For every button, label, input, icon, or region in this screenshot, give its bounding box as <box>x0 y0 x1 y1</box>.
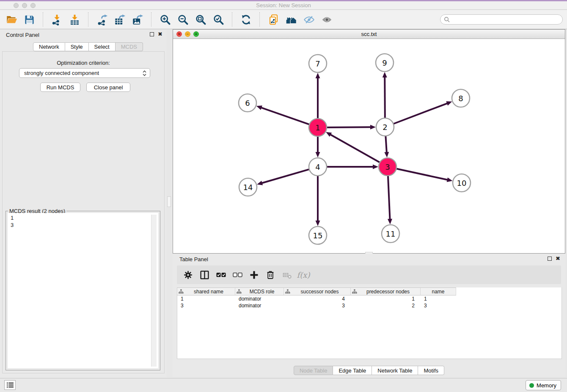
edge-2-9[interactable] <box>383 72 387 119</box>
import-network-button[interactable] <box>50 12 64 27</box>
table-row[interactable]: 1dominator411 <box>177 295 561 302</box>
graph-node-9[interactable]: 9 <box>376 54 394 72</box>
delete-column-button[interactable] <box>265 270 275 280</box>
run-mcds-button[interactable]: Run MCDS <box>40 83 80 92</box>
table-tab-edge-table[interactable]: Edge Table <box>333 366 372 375</box>
panel-splitter-handle[interactable] <box>167 196 171 207</box>
eye-icon <box>321 14 333 25</box>
hierarchy-icon <box>179 289 184 294</box>
table-row[interactable]: 3dominator323 <box>177 302 561 309</box>
svg-text:10: 10 <box>457 179 467 188</box>
graph-node-4[interactable]: 4 <box>309 158 327 176</box>
edge-4-14[interactable] <box>257 169 310 185</box>
table-cell[interactable]: 4 <box>284 295 351 302</box>
graph-node-15[interactable]: 15 <box>309 226 327 244</box>
table-cell[interactable]: 3 <box>421 302 456 309</box>
table-cell[interactable]: 2 <box>351 302 421 309</box>
graph-node-3[interactable]: 3 <box>379 158 396 176</box>
graph-node-11[interactable]: 11 <box>382 225 399 243</box>
graph-node-6[interactable]: 6 <box>239 94 256 112</box>
save-session-button[interactable] <box>22 12 36 27</box>
table-cell[interactable]: 1 <box>421 295 456 302</box>
export-network-button[interactable] <box>95 12 109 27</box>
table-cell[interactable]: 1 <box>351 295 421 302</box>
zoom-in-button[interactable] <box>158 12 172 27</box>
float-table-panel-icon[interactable] <box>548 257 552 261</box>
column-header-MCDS-role[interactable]: MCDS role <box>235 287 284 295</box>
graph-node-1[interactable]: 1 <box>309 119 327 136</box>
column-header-name[interactable]: name <box>421 287 456 295</box>
table-tab-motifs[interactable]: Motifs <box>418 366 444 375</box>
table-cell[interactable]: 1 <box>177 295 235 302</box>
edge-3-11[interactable] <box>388 175 392 224</box>
svg-text:8: 8 <box>458 94 463 103</box>
graph-node-10[interactable]: 10 <box>453 174 471 192</box>
edge-1-4[interactable] <box>316 135 320 157</box>
show-graphics-details-button[interactable] <box>319 12 334 27</box>
import-table-button[interactable] <box>67 12 82 27</box>
graph-node-2[interactable]: 2 <box>376 118 394 136</box>
control-panel-tab-network[interactable]: Network <box>33 42 65 51</box>
edge-4-15[interactable] <box>316 175 320 226</box>
show-column-pane-button[interactable] <box>199 270 209 280</box>
control-panel-tab-style[interactable]: Style <box>65 42 89 51</box>
table-cell[interactable]: dominator <box>235 302 284 309</box>
add-column-button[interactable] <box>249 270 259 280</box>
table-cell[interactable]: 3 <box>177 302 235 309</box>
edge-1-7[interactable] <box>316 73 320 119</box>
network-canvas[interactable]: 1234678910111415 <box>173 39 565 253</box>
search-input[interactable] <box>440 14 563 25</box>
mcds-result-textarea[interactable]: 1 3 <box>8 213 158 368</box>
graph-node-8[interactable]: 8 <box>452 89 470 107</box>
open-session-button[interactable] <box>4 12 19 27</box>
first-neighbors-button[interactable] <box>284 12 298 27</box>
export-table-button[interactable] <box>113 12 127 27</box>
edge-3-1[interactable] <box>326 132 380 163</box>
zoom-out-icon <box>177 14 189 25</box>
zoom-fit-button[interactable] <box>193 12 208 27</box>
duplicate-network-button[interactable] <box>266 12 281 27</box>
optimization-criterion-select[interactable]: strongly connected component <box>19 68 150 78</box>
unselect-all-columns-button[interactable] <box>232 270 242 280</box>
hide-graphics-details-button[interactable] <box>302 12 316 27</box>
memory-button[interactable]: Memory <box>526 380 561 390</box>
control-panel-tab-mcds[interactable]: MCDS <box>116 42 143 51</box>
edge-3-10[interactable] <box>396 168 453 182</box>
svg-text:3: 3 <box>385 163 390 171</box>
close-panel-icon[interactable]: ✖ <box>158 32 162 36</box>
task-history-button[interactable] <box>4 380 16 390</box>
column-settings-button[interactable] <box>183 270 193 280</box>
float-panel-icon[interactable] <box>150 32 154 36</box>
column-header-predecessor-nodes[interactable]: predecessor nodes <box>351 287 421 295</box>
graph-node-7[interactable]: 7 <box>309 55 327 72</box>
edge-1-2[interactable] <box>326 125 376 130</box>
edge-1-6[interactable] <box>256 105 310 124</box>
column-header-successor-nodes[interactable]: successor nodes <box>284 287 351 295</box>
column-header-shared-name[interactable]: shared name <box>177 287 235 295</box>
delete-table-button[interactable] <box>282 270 292 280</box>
svg-text:11: 11 <box>386 229 396 238</box>
cytoscape-window: { "window": { "title": "Session: New Ses… <box>0 0 567 392</box>
function-builder-button[interactable]: f(x) <box>298 270 308 280</box>
network-graph[interactable]: 1234678910111415 <box>173 39 565 253</box>
zoom-out-button[interactable] <box>176 12 190 27</box>
graph-node-14[interactable]: 14 <box>239 178 257 196</box>
result-scrollbar[interactable] <box>151 215 157 367</box>
table-tab-node-table[interactable]: Node Table <box>294 366 333 375</box>
memory-label: Memory <box>537 382 556 389</box>
edge-2-8[interactable] <box>393 101 452 124</box>
table-cell[interactable]: dominator <box>235 295 284 302</box>
table-tab-network-table[interactable]: Network Table <box>372 366 418 375</box>
toolbar-separator <box>43 12 43 27</box>
edge-4-3[interactable] <box>326 165 378 169</box>
close-panel-button[interactable]: Close panel <box>86 83 130 92</box>
zoom-selected-button[interactable] <box>211 12 226 27</box>
control-panel-tab-select[interactable]: Select <box>89 42 116 51</box>
close-table-panel-icon[interactable]: ✖ <box>556 257 560 261</box>
refresh-view-button[interactable] <box>239 12 253 27</box>
edge-2-3[interactable] <box>384 135 389 157</box>
mcds-result-lines: 1 3 <box>8 213 158 229</box>
table-cell[interactable]: 3 <box>284 302 351 309</box>
select-all-columns-button[interactable] <box>216 270 226 280</box>
export-image-button[interactable] <box>130 12 145 27</box>
